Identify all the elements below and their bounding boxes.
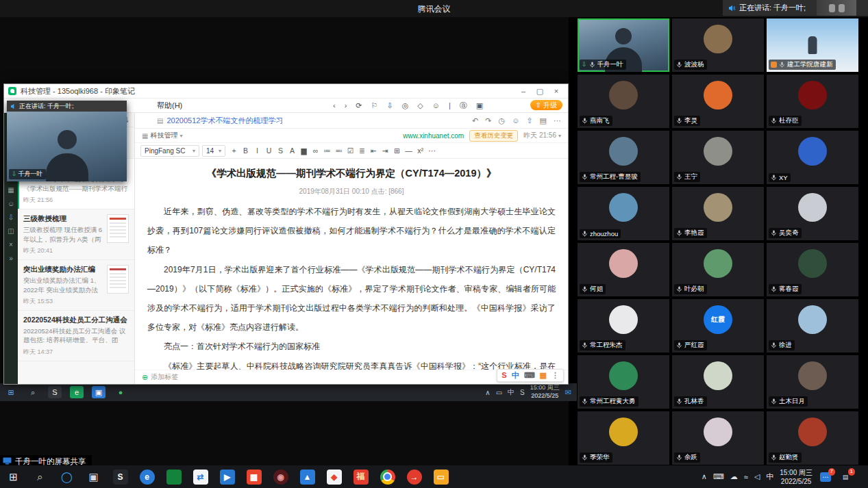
taskbar-app-icon[interactable]: e bbox=[134, 465, 160, 488]
rail-icon[interactable]: » bbox=[9, 255, 13, 262]
participant-tile[interactable]: 李艳霞 bbox=[672, 187, 764, 240]
participant-tile[interactable]: 叶必朝 bbox=[672, 243, 764, 296]
format-button[interactable]: ≣ bbox=[356, 147, 368, 155]
format-button[interactable]: ⋯ bbox=[426, 147, 438, 155]
taskbar-app-icon[interactable]: ▦ bbox=[240, 465, 267, 488]
nav-icon[interactable]: › bbox=[345, 102, 347, 110]
taskbar-app-icon[interactable]: ▣ bbox=[80, 465, 107, 488]
ime-icon[interactable]: 中 bbox=[512, 372, 519, 379]
nav-icon[interactable]: ◎ bbox=[402, 102, 409, 110]
ime-icon[interactable]: S bbox=[501, 372, 506, 379]
window-control-button[interactable]: × bbox=[549, 87, 564, 96]
tab-action-icon[interactable]: ⇧ bbox=[526, 116, 532, 125]
add-tag-button[interactable]: 添加标签 bbox=[151, 372, 178, 382]
clock[interactable]: 15:00 周三 2022/5/25 bbox=[780, 468, 813, 486]
format-button[interactable]: S bbox=[275, 147, 286, 155]
taskbar-app-icon[interactable] bbox=[374, 465, 401, 488]
tray-icon[interactable]: 中 bbox=[766, 472, 773, 482]
participant-tile[interactable]: 红霞 严红霞 bbox=[672, 299, 764, 352]
nav-icon[interactable]: ◇ bbox=[417, 102, 423, 110]
taskbar-app-icon[interactable]: S bbox=[107, 465, 134, 488]
ime-toolbar[interactable]: S中⌨▦⋮ bbox=[497, 369, 564, 382]
format-button[interactable]: B bbox=[240, 147, 251, 155]
taskbar-app-icon[interactable]: ◉ bbox=[267, 465, 294, 488]
note-editor[interactable]: 《学术出版规范——期刊学术不端行为界定（CY/T174—2019）》 2019年… bbox=[135, 159, 568, 370]
tab-action-icon[interactable]: ↶ bbox=[472, 116, 478, 125]
shared-tray-icon[interactable]: 中 bbox=[508, 387, 514, 397]
note-list-item[interactable]: 三级教授梳理 三级教授梳理 现任教授满 6 年以上，拟晋升为 A类（两级、A 类… bbox=[18, 209, 134, 260]
taskbar-app-icon[interactable]: ◯ bbox=[53, 465, 80, 488]
format-button[interactable]: ≔ bbox=[321, 147, 333, 155]
note-list-item[interactable]: 突出业绩奖励办法汇编 突出业绩奖励办法汇编 1、2022年 突出业绩奖励办法 昨… bbox=[18, 260, 134, 311]
upgrade-button[interactable]: ⇧ 升级 bbox=[530, 100, 562, 110]
nav-icon[interactable]: ☺ bbox=[432, 102, 440, 110]
participant-tile[interactable]: 徐进 bbox=[767, 299, 858, 352]
taskbar-app-icon[interactable]: 福 bbox=[347, 465, 374, 488]
nav-icon[interactable]: ⚐ bbox=[371, 102, 378, 110]
participant-tile[interactable]: 李灵 bbox=[672, 75, 764, 128]
shared-taskbar-icon[interactable]: e bbox=[70, 386, 84, 398]
nav-icon[interactable]: | bbox=[449, 102, 451, 110]
taskbar-app-icon[interactable]: ⇄ bbox=[187, 465, 214, 488]
ime-icon[interactable]: ▦ bbox=[540, 372, 547, 379]
taskbar-app-icon[interactable]: ◆ bbox=[321, 465, 347, 488]
nav-icon[interactable]: ⟳ bbox=[356, 102, 362, 110]
edit-time[interactable]: 昨天 21:56 ▾ bbox=[523, 131, 561, 140]
taskbar-app-icon[interactable]: ⌕ bbox=[27, 465, 53, 488]
rail-icon[interactable]: ▦ bbox=[8, 187, 14, 194]
format-button[interactable]: ⇤ bbox=[368, 147, 380, 155]
participant-tile[interactable]: 蒋春霞 bbox=[767, 243, 858, 296]
taskbar-app-icon[interactable]: → bbox=[401, 465, 427, 488]
taskbar-app-icon[interactable] bbox=[160, 465, 187, 488]
participant-tile[interactable]: 建工学院唐建新 bbox=[767, 18, 858, 72]
tab-action-icon[interactable]: ↷ bbox=[485, 116, 491, 125]
nav-icon[interactable]: ⇩ bbox=[386, 102, 393, 110]
format-button[interactable]: ≕ bbox=[333, 147, 345, 155]
tray-icon[interactable]: ☁ bbox=[730, 472, 738, 481]
participant-tile[interactable]: 孔林香 bbox=[672, 355, 764, 409]
shared-taskbar-icon[interactable]: ▣ bbox=[92, 386, 106, 398]
rail-icon[interactable]: ⇩ bbox=[8, 214, 14, 221]
menu-help[interactable]: 帮助(H) bbox=[157, 101, 182, 111]
source-link[interactable]: www.xinhuanet.com bbox=[403, 132, 464, 140]
taskbar-app-icon[interactable]: ▲ bbox=[294, 465, 321, 488]
note-tab-title[interactable]: 20200512学术不端文件的梳理学习 bbox=[166, 116, 283, 126]
participant-tile[interactable]: 余跃 bbox=[672, 411, 764, 465]
action-center-icon[interactable]: ▤ 1 bbox=[839, 470, 852, 484]
participant-tile[interactable]: 何姐 bbox=[578, 243, 669, 296]
participant-tile[interactable]: 杜存臣 bbox=[767, 75, 858, 128]
nav-icon[interactable]: ▣ bbox=[476, 102, 483, 110]
format-button[interactable]: ∞ bbox=[310, 147, 321, 155]
participant-tile[interactable]: 土木日月 bbox=[767, 355, 858, 409]
taskbar-app-icon[interactable]: ⊞ bbox=[0, 465, 27, 488]
tray-icon[interactable]: ◁ bbox=[754, 472, 760, 481]
format-button[interactable]: + bbox=[228, 147, 240, 155]
participant-tile[interactable]: 吴奕奇 bbox=[767, 187, 858, 240]
format-button[interactable]: ⊞ bbox=[391, 147, 403, 155]
notification-icon[interactable]: ⋯ 7 bbox=[819, 470, 832, 484]
rail-icon[interactable]: ◫ bbox=[8, 228, 14, 235]
format-button[interactable]: — bbox=[403, 147, 414, 155]
shared-tray-icon[interactable]: ∧ bbox=[485, 389, 490, 396]
shared-taskbar-icon[interactable]: ● bbox=[114, 386, 127, 398]
tab-action-icon[interactable]: ⋯ bbox=[554, 116, 561, 125]
format-button[interactable]: ▆ bbox=[298, 147, 310, 155]
shared-tray-icon[interactable]: ▭ bbox=[496, 389, 502, 396]
participant-tile[interactable]: zhouzhou bbox=[578, 187, 669, 240]
participant-tile[interactable]: 常工程朱杰 bbox=[578, 299, 669, 352]
participant-tile[interactable]: 赵勤贤 bbox=[767, 411, 858, 465]
tab-action-icon[interactable]: ▤ bbox=[540, 116, 547, 125]
window-titlebar[interactable]: 科技管理 - 135oqlki968 - 印象笔记 –▢× bbox=[4, 84, 568, 99]
window-control-button[interactable]: ▢ bbox=[532, 87, 547, 96]
format-button[interactable]: ☑ bbox=[345, 147, 356, 155]
tray-icon[interactable]: ≈ bbox=[744, 473, 748, 481]
nav-icon[interactable]: ⓐ bbox=[460, 102, 467, 110]
font-family-select[interactable]: PingFang SC ▾ bbox=[140, 145, 199, 157]
participant-tile[interactable]: 燕南飞 bbox=[578, 75, 669, 128]
nav-icon[interactable]: ‹ bbox=[333, 102, 336, 110]
shared-clock[interactable]: 15:00 周三 2022/5/25 bbox=[530, 384, 560, 400]
participant-tile[interactable]: 常州工程-曹昱骏 bbox=[578, 131, 669, 184]
history-button[interactable]: 查看历史变更 bbox=[469, 130, 518, 142]
taskbar-app-icon[interactable]: ▶ bbox=[214, 465, 240, 488]
chat-bubble-icon[interactable]: ✉ bbox=[565, 388, 571, 397]
